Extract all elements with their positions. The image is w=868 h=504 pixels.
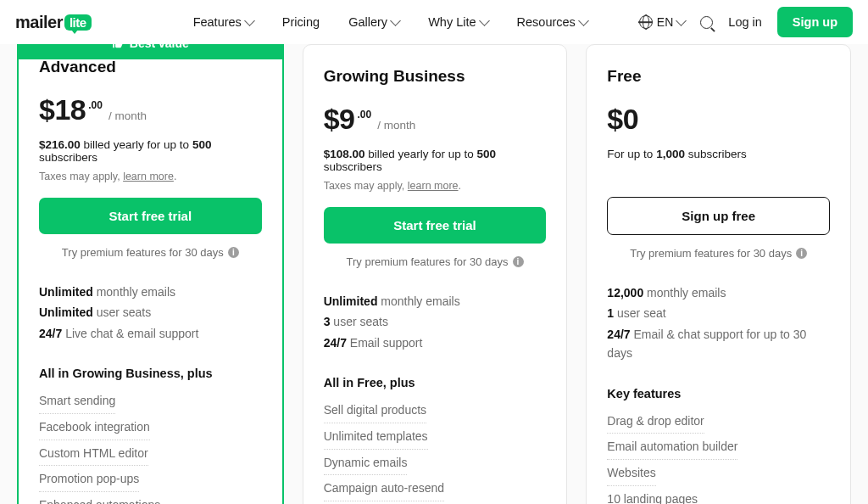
plan-name: Advanced [39, 58, 262, 76]
nav-gallery[interactable]: Gallery [348, 15, 399, 29]
login-link[interactable]: Log in [728, 15, 762, 29]
feature-item: Sell digital products [324, 398, 426, 423]
billing-line: $108.00 billed yearly for up to 500 subs… [324, 148, 547, 173]
feature-item: Email automation builder [607, 434, 737, 460]
feature-item: 10 landing pages [607, 487, 698, 504]
globe-icon [639, 15, 653, 29]
feature-item: Websites [607, 461, 655, 486]
plan-price: $0 [607, 103, 830, 136]
chevron-down-icon [244, 15, 255, 26]
logo-badge: lite [64, 14, 92, 31]
plan-card-advanced: Best valueAdvanced$18.00/ month$216.00 b… [17, 34, 284, 504]
plan-cta-button[interactable]: Start free trial [324, 207, 547, 244]
feature-list: Drag & drop editorEmail automation build… [607, 409, 830, 504]
plan-limit: 1 user seat [607, 304, 830, 322]
language-selector[interactable]: EN [639, 15, 685, 29]
plan-price: $9.00/ month [324, 103, 547, 136]
nav-features[interactable]: Features [193, 15, 253, 29]
tax-note: Taxes may apply, learn more. [39, 171, 262, 182]
plan-cta-button[interactable]: Start free trial [39, 198, 262, 234]
plan-cta-button[interactable]: Sign up free [607, 197, 830, 235]
trial-note: Try premium features for 30 days i [607, 247, 830, 260]
main-nav: FeaturesPricingGalleryWhy LiteResources [193, 15, 587, 29]
plan-limit: Unlimited monthly emails [39, 283, 262, 301]
feature-list: Sell digital productsUnlimited templates… [324, 398, 547, 504]
logo[interactable]: mailer lite [15, 13, 92, 32]
trial-note: Try premium features for 30 days i [39, 246, 262, 259]
plan-limit: 12,000 monthly emails [607, 283, 830, 302]
feature-item: Promotion pop-ups [39, 467, 139, 492]
tax-note: Taxes may apply, learn more. [324, 180, 547, 192]
feature-item: Custom HTML editor [39, 441, 148, 467]
nav-label: Features [193, 15, 242, 29]
header-right: EN Log in Sign up [639, 7, 853, 37]
nav-resources[interactable]: Resources [517, 15, 587, 29]
feature-list: Smart sendingFacebook integrationCustom … [39, 389, 262, 504]
feature-item: Drag & drop editor [607, 409, 704, 434]
billing-line: For up to 1,000 subscribers [607, 148, 830, 160]
feature-item: Campaign auto-resend [324, 476, 444, 501]
chevron-down-icon [676, 15, 687, 26]
plan-name: Growing Business [324, 67, 547, 86]
plan-price: $18.00/ month [39, 93, 262, 126]
tax-learn-more-link[interactable]: learn more [408, 180, 459, 192]
site-header: mailer lite FeaturesPricingGalleryWhy Li… [0, 0, 868, 44]
plan-limit: 24/7 Email support [324, 333, 547, 352]
chevron-down-icon [390, 15, 401, 26]
language-label: EN [657, 15, 673, 29]
plan-card-growing-business: Growing Business$9.00/ month$108.00 bill… [303, 44, 568, 504]
plan-limit: 24/7 Live chat & email support [39, 324, 262, 343]
nav-label: Why Lite [428, 15, 476, 29]
feature-item: Facebook integration [39, 415, 150, 440]
feature-section-title: All in Free, plus [324, 376, 547, 389]
nav-label: Gallery [348, 15, 387, 29]
chevron-down-icon [578, 15, 589, 26]
search-icon[interactable] [700, 16, 713, 29]
feature-item: Smart sending [39, 389, 115, 414]
plan-limit: 3 user seats [324, 312, 547, 331]
info-icon[interactable]: i [513, 256, 524, 267]
feature-section-title: All in Growing Business, plus [39, 367, 262, 380]
feature-section-title: Key features [607, 387, 830, 400]
nav-pricing[interactable]: Pricing [282, 15, 320, 29]
pricing-cards: Best valueAdvanced$18.00/ month$216.00 b… [0, 44, 868, 504]
nav-why-lite[interactable]: Why Lite [428, 15, 487, 29]
nav-label: Pricing [282, 15, 320, 29]
plan-limit: Unlimited monthly emails [324, 292, 547, 311]
info-icon[interactable]: i [796, 248, 807, 259]
trial-note: Try premium features for 30 days i [324, 255, 547, 268]
plan-limit: 24/7 Email & chat support for up to 30 d… [607, 325, 830, 363]
logo-text: mailer [15, 13, 63, 32]
feature-item: Dynamic emails [324, 451, 408, 476]
signup-button[interactable]: Sign up [777, 7, 853, 37]
feature-item: Enhanced automations [39, 493, 160, 504]
billing-line: $216.00 billed yearly for up to 500 subs… [39, 138, 262, 164]
tax-learn-more-link[interactable]: learn more [123, 171, 174, 182]
info-icon[interactable]: i [228, 247, 239, 258]
nav-label: Resources [517, 15, 576, 29]
plan-name: Free [607, 67, 830, 86]
plan-card-free: Free$0For up to 1,000 subscribersSign up… [586, 44, 851, 504]
chevron-down-icon [479, 15, 490, 26]
feature-item: Unlimited templates [324, 424, 428, 450]
plan-limit: Unlimited user seats [39, 303, 262, 322]
